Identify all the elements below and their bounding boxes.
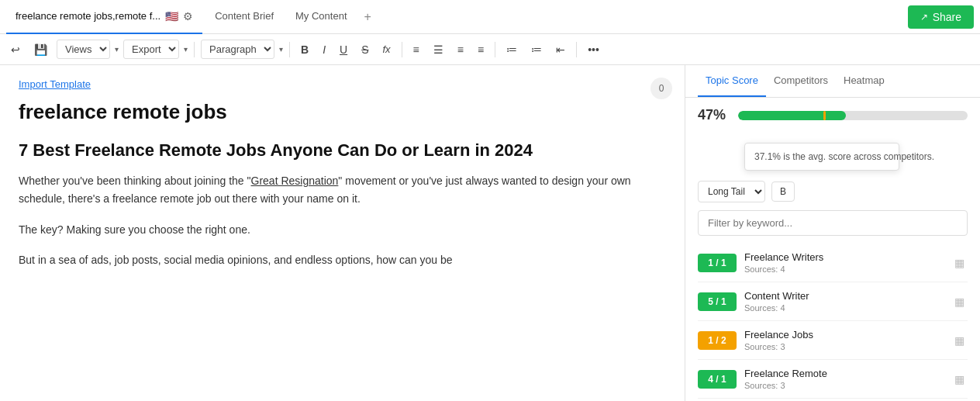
fix-format-button[interactable]: fx: [378, 40, 395, 58]
score-bar-fill: [738, 111, 846, 120]
tab-content-brief[interactable]: Content Brief: [205, 0, 283, 34]
keyword-name: Freelance Writers: [744, 251, 944, 263]
keyword-info: Freelance RemoteSources: 3: [744, 368, 944, 390]
list-item: 1 / 2Freelance JobsSources: 3▦: [698, 321, 968, 360]
filter-input-row: [685, 210, 980, 244]
main-area: Import Template 0 freelance remote jobs …: [0, 65, 980, 401]
export-select[interactable]: Export: [123, 40, 179, 59]
separator-3: [402, 42, 402, 57]
views-select[interactable]: Views: [57, 40, 110, 59]
score-section: 47% 37.1% is the avg. score across compe…: [685, 98, 980, 142]
keyword-sources: Sources: 3: [744, 342, 944, 351]
keyword-sources: Sources: 3: [744, 381, 944, 390]
copy-icon[interactable]: ▦: [951, 254, 968, 272]
keyword-name: Freelance Jobs: [744, 329, 944, 341]
keyword-name: Freelance Remote: [744, 368, 944, 379]
flag-icon: 🇺🇸: [165, 10, 178, 22]
tab-heatmap-label: Heatmap: [844, 74, 885, 86]
tab-my-content-label: My Content: [295, 10, 347, 22]
italic-button[interactable]: I: [318, 40, 330, 59]
tab-heatmap[interactable]: Heatmap: [836, 65, 892, 97]
bullet-list-button[interactable]: ≔: [502, 40, 522, 59]
right-panel: Topic Score Competitors Heatmap 47% 37.1…: [685, 65, 980, 401]
save-button[interactable]: 💾: [29, 40, 52, 59]
underline-button[interactable]: U: [335, 40, 352, 59]
share-icon: ↗: [920, 12, 928, 22]
list-item: 1 / 1Freelance WritersSources: 4▦: [698, 244, 968, 282]
separator-1: [194, 42, 195, 57]
score-percentage: 47%: [698, 107, 730, 123]
share-button[interactable]: ↗ Share: [908, 5, 974, 29]
score-bar: [738, 111, 968, 120]
gear-icon[interactable]: ⚙: [183, 10, 193, 22]
paragraph-3[interactable]: But in a sea of ads, job posts, social m…: [19, 251, 666, 269]
filter-b-button[interactable]: B: [771, 181, 795, 202]
longtail-filter-select[interactable]: Long Tail: [698, 181, 765, 202]
share-label: Share: [933, 11, 961, 23]
import-template-link[interactable]: Import Template: [19, 78, 91, 90]
editor-area[interactable]: Import Template 0 freelance remote jobs …: [0, 65, 685, 401]
tab-competitors[interactable]: Competitors: [766, 65, 836, 97]
filter-row: Long Tail B: [685, 181, 980, 210]
great-resignation-link[interactable]: Great Resignation: [251, 175, 339, 187]
score-row: 47%: [698, 107, 968, 123]
outdent-button[interactable]: ⇤: [551, 40, 570, 59]
tooltip-text: 37.1% is the avg. score across competito…: [754, 151, 934, 162]
keyword-filter-input[interactable]: [698, 210, 968, 236]
tab-topic-score-label: Topic Score: [706, 74, 758, 86]
bold-button[interactable]: B: [296, 40, 313, 59]
tab-my-content[interactable]: My Content: [286, 0, 356, 34]
paragraph-select[interactable]: Paragraph: [201, 40, 274, 59]
separator-4: [495, 42, 495, 57]
copy-icon[interactable]: ▦: [951, 292, 968, 311]
panel-tabs: Topic Score Competitors Heatmap: [685, 65, 980, 98]
paragraph-2[interactable]: The key? Making sure you choose the righ…: [19, 221, 666, 239]
export-chevron: ▾: [184, 45, 188, 54]
strikethrough-button[interactable]: S: [357, 40, 373, 59]
tab-content-brief-label: Content Brief: [215, 10, 274, 22]
keyword-list: 1 / 1Freelance WritersSources: 4▦5 / 1Co…: [685, 244, 980, 401]
doc-tab-title: freelance remote jobs,remote f...: [16, 10, 160, 22]
align-center-button[interactable]: ☰: [429, 40, 448, 59]
list-item: 4 / 1Freelance RemoteSources: 3▦: [698, 360, 968, 399]
list-item: 5 / 1Content WriterSources: 4▦: [698, 282, 968, 321]
keyword-badge[interactable]: 1 / 2: [698, 331, 737, 350]
keyword-badge[interactable]: 5 / 1: [698, 292, 737, 311]
word-count-badge: 0: [650, 78, 672, 99]
add-tab-button[interactable]: +: [360, 10, 376, 24]
views-chevron: ▾: [115, 45, 119, 54]
more-button[interactable]: •••: [583, 40, 604, 59]
tab-topic-score[interactable]: Topic Score: [698, 65, 766, 97]
paragraph-chevron: ▾: [279, 45, 283, 54]
align-justify-button[interactable]: ≡: [453, 40, 468, 59]
paragraph-1[interactable]: Whether you've been thinking about joini…: [19, 172, 666, 208]
undo-button[interactable]: ↩: [6, 40, 25, 59]
keyword-sources: Sources: 4: [744, 303, 944, 313]
keyword-name: Content Writer: [744, 290, 944, 302]
copy-icon[interactable]: ▦: [951, 331, 968, 350]
separator-5: [576, 42, 577, 57]
tab-competitors-label: Competitors: [774, 74, 828, 86]
score-tooltip: 37.1% is the avg. score across competito…: [744, 143, 899, 171]
separator-2: [289, 42, 290, 57]
editor-toolbar: ↩ 💾 Views ▾ Export ▾ Paragraph ▾ B I U S…: [0, 34, 980, 65]
keyword-badge[interactable]: 1 / 1: [698, 254, 737, 272]
keyword-info: Freelance WritersSources: 4: [744, 251, 944, 274]
keyword-info: Content WriterSources: 4: [744, 290, 944, 313]
keyword-badge[interactable]: 4 / 1: [698, 370, 737, 389]
numbered-list-button[interactable]: ≔: [526, 40, 547, 59]
keyword-info: Freelance JobsSources: 3: [744, 329, 944, 351]
keyword-sources: Sources: 4: [744, 264, 944, 274]
align-right-button[interactable]: ≡: [473, 40, 488, 59]
document-title[interactable]: freelance remote jobs: [19, 99, 666, 126]
align-left-button[interactable]: ≡: [409, 40, 424, 59]
copy-icon[interactable]: ▦: [951, 370, 968, 389]
document-heading[interactable]: 7 Best Freelance Remote Jobs Anyone Can …: [19, 140, 666, 162]
top-tab-bar: freelance remote jobs,remote f... 🇺🇸 ⚙ C…: [0, 0, 980, 34]
doc-tab[interactable]: freelance remote jobs,remote f... 🇺🇸 ⚙: [6, 0, 202, 34]
paragraph-1-prefix: Whether you've been thinking about joini…: [19, 175, 251, 187]
score-bar-marker: [823, 111, 826, 120]
